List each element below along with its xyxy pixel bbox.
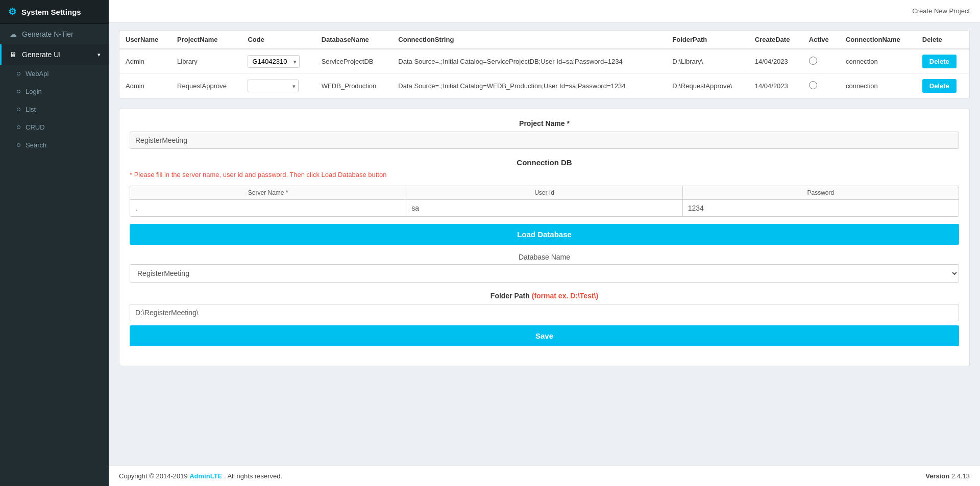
sidebar-system-settings-label: System Settings xyxy=(21,8,81,16)
col-header-username: UserName xyxy=(119,31,171,49)
folder-path-format: (format ex. D:\Test\) xyxy=(532,292,598,300)
load-database-button[interactable]: Load Database xyxy=(130,224,959,245)
connection-db-title: Connection DB xyxy=(130,158,959,167)
footer-brand-link[interactable]: AdminLTE xyxy=(189,472,222,480)
connection-db-group: Connection DB * Please fill in the serve… xyxy=(130,158,959,283)
col-header-connectionname: ConnectionName xyxy=(840,31,916,49)
folder-path-input[interactable] xyxy=(130,304,959,321)
sidebar-item-login[interactable]: Login xyxy=(0,83,109,100)
projects-table: UserName ProjectName Code DatabaseName C… xyxy=(119,31,969,98)
active-radio-2[interactable] xyxy=(809,81,817,89)
sidebar-item-webapi[interactable]: WebApi xyxy=(0,65,109,83)
code-select-2[interactable] xyxy=(248,80,299,92)
sidebar: ⚙ System Settings ☁ Generate N-Tier 🖥 Ge… xyxy=(0,0,109,486)
chevron-down-icon: ▾ xyxy=(97,52,101,58)
list-label: List xyxy=(26,106,36,113)
cell-active-2[interactable] xyxy=(803,74,840,98)
topbar: Create New Project xyxy=(109,0,980,22)
generate-ntier-label: Generate N-Tier xyxy=(22,30,74,38)
cell-delete-1[interactable]: Delete xyxy=(916,49,969,74)
crud-label: CRUD xyxy=(26,123,45,131)
project-name-input[interactable] xyxy=(130,132,959,149)
desktop-icon: 🖥 xyxy=(10,50,17,59)
cell-code-1[interactable]: G14042310 xyxy=(241,49,315,74)
main-content: Create New Project UserName ProjectName … xyxy=(109,0,980,486)
sidebar-item-generate-ntier[interactable]: ☁ Generate N-Tier xyxy=(0,24,109,44)
create-project-form: Project Name * Connection DB * Please fi… xyxy=(119,109,970,366)
footer: Copyright © 2014-2019 AdminLTE . All rig… xyxy=(109,466,980,486)
table-row: Admin RequestApprove WFDB_Production Dat… xyxy=(119,74,969,98)
active-radio-1[interactable] xyxy=(809,57,817,65)
database-name-select[interactable]: RegisterMeeting xyxy=(130,264,959,283)
cell-username-2: Admin xyxy=(119,74,171,98)
search-label: Search xyxy=(26,141,46,149)
code-select-1[interactable]: G14042310 xyxy=(248,55,300,68)
col-header-createdate: CreateDate xyxy=(749,31,803,49)
folder-path-group: Folder Path (format ex. D:\Test\) Save xyxy=(130,292,959,346)
cell-databasename-1: ServiceProjectDB xyxy=(315,49,393,74)
sidebar-item-search[interactable]: Search xyxy=(0,136,109,154)
cell-connectionname-2: connection xyxy=(840,74,916,98)
user-id-col: User Id xyxy=(406,186,682,216)
save-button[interactable]: Save xyxy=(130,325,959,346)
dot-icon-webapi xyxy=(17,72,20,75)
footer-copyright: Copyright © 2014-2019 AdminLTE . All rig… xyxy=(119,472,282,480)
sidebar-system-settings[interactable]: ⚙ System Settings xyxy=(0,0,109,24)
sidebar-item-generate-ui[interactable]: 🖥 Generate UI ▾ xyxy=(0,44,109,65)
sidebar-item-list[interactable]: List xyxy=(0,100,109,118)
user-id-input[interactable] xyxy=(406,200,682,216)
cell-delete-2[interactable]: Delete xyxy=(916,74,969,98)
cell-projectname-1: Library xyxy=(171,49,241,74)
content-area: UserName ProjectName Code DatabaseName C… xyxy=(109,22,980,466)
footer-version: Version 2.4.13 xyxy=(925,472,970,480)
server-name-col: Server Name * xyxy=(130,186,406,216)
code-select-wrapper-1: G14042310 xyxy=(248,55,300,68)
cell-active-1[interactable] xyxy=(803,49,840,74)
col-header-code: Code xyxy=(241,31,315,49)
cell-connectionname-1: connection xyxy=(840,49,916,74)
cell-folderpath-2: D:\RequestApprove\ xyxy=(666,74,748,98)
folder-path-label: Folder Path (format ex. D:\Test\) xyxy=(130,292,959,300)
user-id-label: User Id xyxy=(406,186,682,200)
footer-rights-text: . All rights reserved. xyxy=(224,472,282,480)
footer-version-number: 2.4.13 xyxy=(951,472,970,480)
sidebar-item-crud[interactable]: CRUD xyxy=(0,118,109,136)
project-name-label: Project Name * xyxy=(130,119,959,127)
settings-icon: ⚙ xyxy=(8,6,16,17)
cell-username-1: Admin xyxy=(119,49,171,74)
cell-projectname-2: RequestApprove xyxy=(171,74,241,98)
col-header-connectionstring: ConnectionString xyxy=(392,31,666,49)
password-input[interactable] xyxy=(683,200,959,216)
col-header-active: Active xyxy=(803,31,840,49)
footer-copyright-text: Copyright © 2014-2019 xyxy=(119,472,189,480)
hint-text: * Please fill in the server name, user i… xyxy=(130,171,386,178)
footer-version-label: Version xyxy=(925,472,949,480)
cell-databasename-2: WFDB_Production xyxy=(315,74,393,98)
delete-button-1[interactable]: Delete xyxy=(922,55,957,68)
dot-icon-search xyxy=(17,143,20,147)
cell-createdate-1: 14/04/2023 xyxy=(749,49,803,74)
credentials-row: Server Name * User Id Password xyxy=(130,186,959,217)
col-header-delete: Delete xyxy=(916,31,969,49)
cell-folderpath-1: D:\Library\ xyxy=(666,49,748,74)
generate-ui-label: Generate UI xyxy=(22,50,61,59)
table-row: Admin Library G14042310 ServiceProjectDB… xyxy=(119,49,969,74)
sidebar-nav: ☁ Generate N-Tier 🖥 Generate UI ▾ WebApi… xyxy=(0,24,109,486)
dot-icon-list xyxy=(17,108,20,111)
database-name-label: Database Name xyxy=(130,253,959,261)
code-select-wrapper-2 xyxy=(248,80,299,92)
col-header-folderpath: FolderPath xyxy=(666,31,748,49)
server-name-label: Server Name * xyxy=(130,186,406,200)
cell-createdate-2: 14/04/2023 xyxy=(749,74,803,98)
cloud-icon: ☁ xyxy=(10,30,17,38)
create-new-project-label: Create New Project xyxy=(912,7,970,15)
cell-connectionstring-2: Data Source=.;Initial Catalog=WFDB_Produ… xyxy=(392,74,666,98)
server-name-input[interactable] xyxy=(130,200,406,216)
cell-connectionstring-1: Data Source=.;Initial Catalog=ServicePro… xyxy=(392,49,666,74)
project-name-group: Project Name * xyxy=(130,119,959,149)
delete-button-2[interactable]: Delete xyxy=(922,79,957,93)
cell-code-2[interactable] xyxy=(241,74,315,98)
webapi-label: WebApi xyxy=(26,70,48,78)
password-label: Password xyxy=(683,186,959,200)
col-header-projectname: ProjectName xyxy=(171,31,241,49)
